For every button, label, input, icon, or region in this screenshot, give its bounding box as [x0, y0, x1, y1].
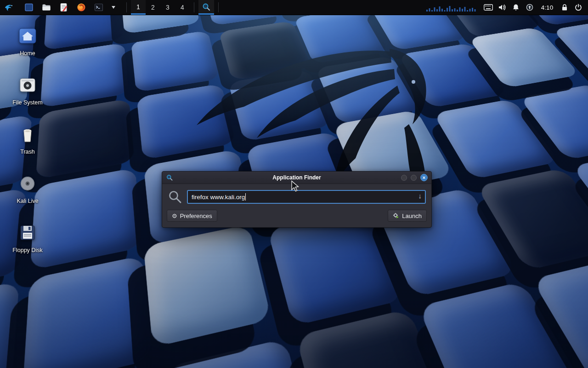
window-controls: ×	[401, 174, 428, 181]
workspace-button-1[interactable]: 1	[131, 0, 146, 15]
floppy-icon	[17, 223, 38, 245]
desktop-icon-label: Trash	[6, 149, 50, 155]
workspace-button-2[interactable]: 2	[146, 0, 160, 15]
home-icon	[17, 26, 38, 48]
preferences-label: Preferences	[180, 213, 212, 219]
close-button[interactable]: ×	[420, 174, 428, 181]
app-finder-window-icon	[166, 174, 173, 181]
keyboard-icon	[484, 4, 493, 11]
desktop-icon-file-system[interactable]: File System	[6, 75, 50, 106]
desktop-icon-label: Kali Live	[6, 198, 50, 204]
launch-label: Launch	[402, 213, 422, 219]
wallpaper-cube	[23, 255, 152, 368]
search-icon	[168, 190, 182, 204]
volume-tray-button[interactable]	[495, 0, 509, 15]
panel-separator	[218, 2, 219, 12]
text-caret	[245, 193, 246, 201]
workspace-button-4[interactable]: 4	[175, 0, 190, 15]
firefox-icon	[77, 3, 86, 12]
desktop-icon-floppy-disk[interactable]: Floppy Disk	[6, 223, 50, 253]
maximize-button[interactable]	[411, 175, 417, 181]
top-panel: 1 2 3 4	[0, 0, 588, 15]
desktop-icon-kali-live[interactable]: Kali Live	[6, 173, 50, 204]
show-desktop-button[interactable]	[22, 0, 36, 15]
gear-icon: ⚙	[172, 213, 177, 219]
taskbar-app-finder-button[interactable]	[198, 0, 214, 15]
dropdown-arrow-icon[interactable]: ↓	[418, 192, 422, 200]
window-title: Application Finder	[190, 174, 404, 181]
bell-icon	[512, 4, 520, 11]
desktop-icon-home[interactable]: Home	[6, 26, 50, 57]
clock[interactable]: 4:10	[537, 0, 558, 15]
terminal-icon	[94, 3, 103, 12]
application-finder-window: Application Finder × firefox www.kali.or…	[162, 171, 432, 228]
text-editor-button[interactable]	[57, 0, 71, 15]
folder-icon	[42, 4, 51, 11]
titlebar[interactable]: Application Finder ×	[162, 172, 431, 184]
desktop-icon-label: Floppy Disk	[6, 247, 50, 253]
search-row: firefox www.kali.org ↓	[162, 184, 431, 208]
launch-icon	[393, 213, 399, 219]
clock-label: 4:10	[541, 4, 553, 11]
desktop-icon-trash[interactable]: Trash	[6, 124, 50, 155]
status-circle-icon	[526, 4, 533, 11]
power-icon	[575, 4, 582, 11]
file-manager-button[interactable]	[40, 0, 53, 15]
desktop-icon-label: File System	[6, 99, 50, 106]
keyboard-tray-button[interactable]	[481, 0, 495, 15]
text-editor-icon	[60, 3, 68, 12]
lock-icon	[561, 4, 568, 11]
firefox-button[interactable]	[74, 0, 88, 15]
close-icon: ×	[423, 175, 425, 180]
workspace-label: 1	[136, 3, 140, 11]
file-system-icon	[17, 75, 38, 97]
preferences-button[interactable]: ⚙ Preferences	[167, 210, 217, 222]
disc-icon	[17, 173, 38, 196]
app-finder-icon	[202, 2, 211, 12]
workspace-label: 3	[166, 4, 170, 11]
applications-menu-button[interactable]	[2, 0, 16, 15]
logout-button[interactable]	[571, 0, 585, 15]
network-monitor-graph[interactable]	[426, 3, 477, 12]
button-row: ⚙ Preferences Launch	[162, 208, 431, 227]
panel-separator	[126, 2, 127, 12]
workspace-label: 2	[151, 4, 155, 11]
workspace-label: 4	[181, 4, 184, 11]
chevron-down-icon	[112, 6, 115, 9]
window-icon	[24, 3, 34, 12]
search-input-value: firefox www.kali.org	[192, 194, 245, 201]
workspace-button-3[interactable]: 3	[160, 0, 175, 15]
desktop-icon-label: Home	[6, 50, 50, 57]
terminal-dropdown-button[interactable]	[107, 0, 120, 15]
desktop: 1 2 3 4	[0, 0, 588, 368]
notifications-tray-button[interactable]	[509, 0, 523, 15]
status-tray-button[interactable]	[523, 0, 537, 15]
terminal-button[interactable]	[92, 0, 106, 15]
volume-icon	[498, 4, 506, 11]
wallpaper-cube	[143, 224, 271, 348]
search-input[interactable]: firefox www.kali.org ↓	[187, 190, 426, 204]
wallpaper-cube	[164, 338, 318, 368]
lock-screen-button[interactable]	[558, 0, 571, 15]
trash-icon	[17, 124, 38, 146]
launch-button[interactable]: Launch	[388, 210, 427, 222]
kali-logo-icon	[4, 2, 14, 12]
wallpaper-cube	[0, 281, 19, 368]
panel-separator	[194, 2, 194, 12]
